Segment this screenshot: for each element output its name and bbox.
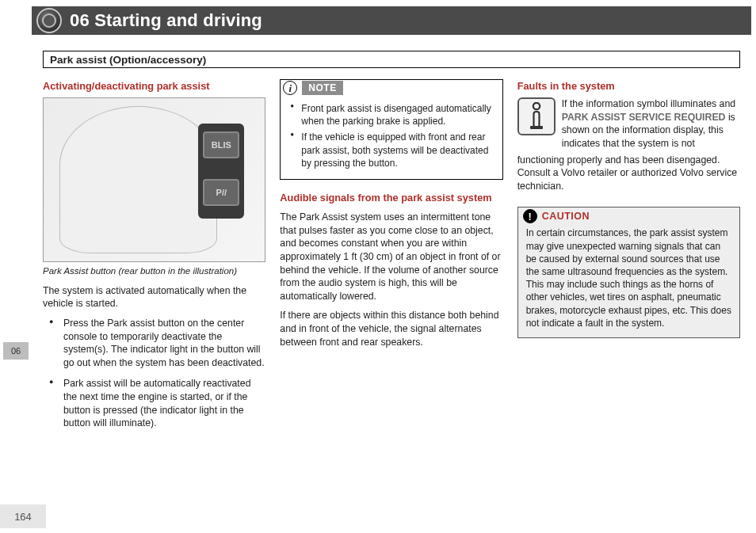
note-item: Front park assist is disengaged automati… xyxy=(287,102,495,128)
chapter-name: Starting and driving xyxy=(94,10,262,30)
svg-rect-2 xyxy=(530,126,543,129)
chapter-thumb-tabs: 06 xyxy=(0,342,32,361)
caution-callout: ! CAUTION In certain circumstances, the … xyxy=(517,207,740,338)
activation-steps-list: Press the Park assist button on the cent… xyxy=(43,317,265,430)
chapter-number: 06 xyxy=(70,10,90,30)
info-icon: i xyxy=(283,81,297,95)
illus-park-assist-button-icon: P// xyxy=(203,179,239,206)
section-title-bar: Park assist (Option/accessory) xyxy=(43,51,740,68)
page-body: Activating/deactivating park assist BLIS… xyxy=(43,79,740,493)
chapter-header: 06 Starting and driving xyxy=(32,6,751,35)
list-item: Press the Park assist button on the cent… xyxy=(43,317,265,369)
column-2: i NOTE Front park assist is disengaged a… xyxy=(280,79,502,493)
note-label: NOTE xyxy=(302,81,342,95)
page-number: 164 xyxy=(0,504,46,528)
column-3: Faults in the system If the information … xyxy=(517,79,740,493)
intro-paragraph: The system is activated automatically wh… xyxy=(43,284,265,310)
illus-blis-button-icon: BLIS xyxy=(203,131,239,158)
heading-activating: Activating/deactivating park assist xyxy=(43,79,265,93)
faults-text-wrapped: If the information symbol illuminates an… xyxy=(562,97,740,150)
heading-audible-signals: Audible signals from the park assist sys… xyxy=(280,191,502,204)
caution-icon: ! xyxy=(523,209,537,223)
heading-faults: Faults in the system xyxy=(517,79,740,93)
brand-logo-icon xyxy=(36,8,62,33)
park-assist-button-illustration: BLIS P// xyxy=(43,97,265,262)
column-1: Activating/deactivating park assist BLIS… xyxy=(43,79,265,493)
audible-paragraph-2: If there are objects within this distanc… xyxy=(280,309,502,348)
note-item: If the vehicle is equipped with front an… xyxy=(287,131,495,169)
thumb-tab-06[interactable]: 06 xyxy=(3,342,29,360)
caution-body: In certain circumstances, the park assis… xyxy=(518,225,739,337)
faults-text-bold: PARK ASSIST SERVICE REQUIRED xyxy=(562,112,726,123)
faults-intro-block: If the information symbol illuminates an… xyxy=(517,97,740,150)
caution-label: CAUTION xyxy=(542,210,590,223)
note-callout: i NOTE Front park assist is disengaged a… xyxy=(280,79,502,180)
faults-text-pre: If the information symbol illuminates an… xyxy=(562,98,735,109)
illustration-caption: Park Assist button (rear button in the i… xyxy=(43,265,265,278)
list-item: Park assist will be automatically reacti… xyxy=(43,377,265,429)
information-symbol-icon xyxy=(517,97,556,135)
chapter-title: 06 Starting and driving xyxy=(70,10,262,31)
svg-rect-1 xyxy=(533,112,539,128)
faults-text-continued: functioning properly and has been diseng… xyxy=(517,154,740,193)
svg-point-0 xyxy=(533,103,539,109)
section-title: Park assist (Option/accessory) xyxy=(50,54,206,66)
audible-paragraph-1: The Park Assist system uses an intermitt… xyxy=(280,211,502,303)
